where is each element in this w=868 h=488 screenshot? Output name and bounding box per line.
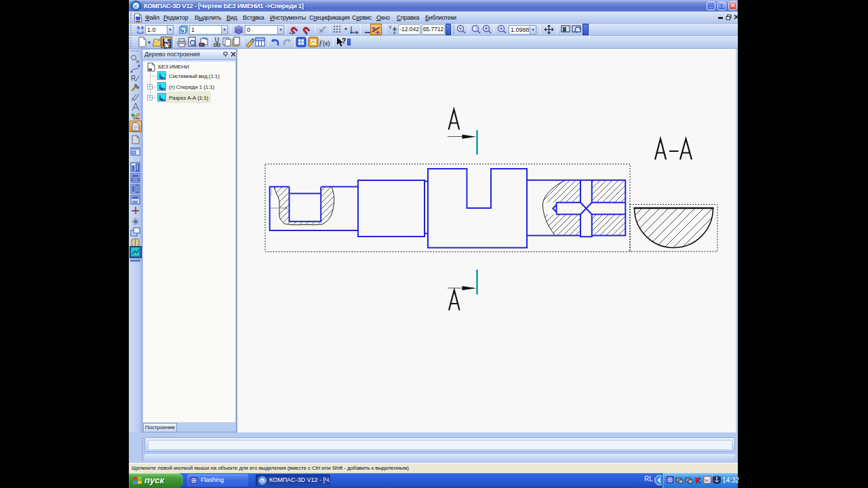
- svg-text:W: W: [705, 478, 709, 483]
- svg-text:?: ?: [342, 37, 346, 45]
- svg-text:(x): (x): [323, 40, 330, 47]
- svg-text:K: K: [261, 479, 264, 483]
- svg-text:R: R: [131, 75, 136, 82]
- svg-text:Y: Y: [389, 25, 392, 30]
- svg-text:K: K: [134, 3, 138, 9]
